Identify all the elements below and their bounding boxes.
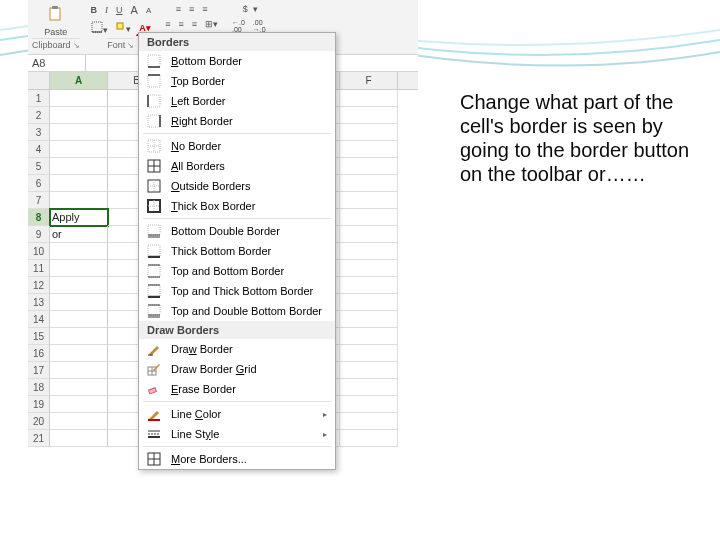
border-option[interactable]: Top and Bottom Border (139, 261, 335, 281)
cell[interactable] (340, 396, 398, 413)
draw-border-option[interactable]: Draw Border Grid (139, 359, 335, 379)
row-header[interactable]: 1 (28, 90, 50, 107)
cell[interactable] (50, 243, 108, 260)
border-option[interactable]: Outside Borders (139, 176, 335, 196)
cell[interactable] (50, 311, 108, 328)
cell[interactable] (50, 294, 108, 311)
row-header[interactable]: 14 (28, 311, 50, 328)
cell[interactable] (50, 124, 108, 141)
row-header[interactable]: 12 (28, 277, 50, 294)
border-option[interactable]: Bottom Double Border (139, 221, 335, 241)
cell[interactable] (340, 209, 398, 226)
cell[interactable] (340, 124, 398, 141)
cell[interactable] (340, 107, 398, 124)
border-option[interactable]: All Borders (139, 156, 335, 176)
row-header[interactable]: 15 (28, 328, 50, 345)
row-header[interactable]: 21 (28, 430, 50, 447)
cell[interactable] (340, 362, 398, 379)
cell[interactable] (340, 413, 398, 430)
border-option[interactable]: Left Border (139, 91, 335, 111)
cell[interactable] (340, 311, 398, 328)
cell[interactable] (340, 90, 398, 107)
cell[interactable] (50, 107, 108, 124)
cell[interactable] (340, 260, 398, 277)
align-left-button[interactable]: ≡ (162, 17, 173, 31)
cell[interactable] (50, 90, 108, 107)
cell[interactable] (340, 175, 398, 192)
draw-border-option[interactable]: Draw Border (139, 339, 335, 359)
align-right-button[interactable]: ≡ (189, 17, 200, 31)
row-header[interactable]: 13 (28, 294, 50, 311)
column-header-A[interactable]: A (50, 72, 108, 89)
cell[interactable] (50, 192, 108, 209)
cell[interactable] (50, 345, 108, 362)
cell[interactable]: Apply (50, 209, 108, 226)
cell[interactable] (50, 328, 108, 345)
paste-button[interactable] (40, 2, 72, 26)
bold-button[interactable]: B (88, 3, 101, 17)
row-header[interactable]: 2 (28, 107, 50, 124)
name-box[interactable]: A8 (28, 55, 86, 71)
row-header[interactable]: 11 (28, 260, 50, 277)
cell[interactable] (340, 277, 398, 294)
cell[interactable] (340, 192, 398, 209)
cell[interactable] (340, 430, 398, 447)
row-header[interactable]: 10 (28, 243, 50, 260)
border-option[interactable]: Right Border (139, 111, 335, 131)
select-all-corner[interactable] (28, 72, 50, 89)
font-grow-button[interactable]: A (128, 2, 141, 18)
cell[interactable] (340, 328, 398, 345)
cell[interactable] (340, 345, 398, 362)
border-option[interactable]: Top Border (139, 71, 335, 91)
cell[interactable] (50, 260, 108, 277)
cell[interactable] (340, 243, 398, 260)
cell[interactable] (340, 379, 398, 396)
italic-button[interactable]: I (102, 3, 111, 17)
cell[interactable]: or (50, 226, 108, 243)
border-option[interactable]: Thick Bottom Border (139, 241, 335, 261)
row-header[interactable]: 4 (28, 141, 50, 158)
currency-button[interactable]: $ (240, 2, 251, 16)
cell[interactable] (50, 141, 108, 158)
align-bot-button[interactable]: ≡ (199, 2, 210, 16)
cell[interactable] (50, 362, 108, 379)
cell[interactable] (50, 430, 108, 447)
font-shrink-button[interactable]: A (143, 4, 154, 17)
border-option[interactable]: Top and Double Bottom Border (139, 301, 335, 321)
row-header[interactable]: 16 (28, 345, 50, 362)
row-header[interactable]: 9 (28, 226, 50, 243)
cell[interactable] (340, 226, 398, 243)
draw-border-option[interactable]: More Borders... (139, 449, 335, 469)
align-top-button[interactable]: ≡ (173, 2, 184, 16)
merge-button[interactable]: ⊞▾ (202, 17, 221, 31)
launcher-icon[interactable]: ↘ (127, 41, 134, 50)
border-button[interactable]: ▾ (88, 19, 111, 37)
draw-border-option[interactable]: Erase Border (139, 379, 335, 399)
row-header[interactable]: 8 (28, 209, 50, 226)
row-header[interactable]: 7 (28, 192, 50, 209)
row-header[interactable]: 19 (28, 396, 50, 413)
underline-button[interactable]: U (113, 3, 126, 17)
row-header[interactable]: 18 (28, 379, 50, 396)
cell[interactable] (50, 413, 108, 430)
row-header[interactable]: 17 (28, 362, 50, 379)
row-header[interactable]: 6 (28, 175, 50, 192)
draw-border-option[interactable]: Line Style▸ (139, 424, 335, 444)
cell[interactable] (340, 141, 398, 158)
cell[interactable] (340, 294, 398, 311)
cell[interactable] (50, 175, 108, 192)
draw-border-option[interactable]: Line Color▸ (139, 404, 335, 424)
border-option[interactable]: Bottom Border (139, 51, 335, 71)
launcher-icon[interactable]: ↘ (73, 41, 80, 50)
row-header[interactable]: 20 (28, 413, 50, 430)
align-center-button[interactable]: ≡ (175, 17, 186, 31)
column-header-F[interactable]: F (340, 72, 398, 89)
align-mid-button[interactable]: ≡ (186, 2, 197, 16)
fill-color-button[interactable]: ▾ (113, 20, 134, 36)
cell[interactable] (50, 379, 108, 396)
row-header[interactable]: 3 (28, 124, 50, 141)
row-header[interactable]: 5 (28, 158, 50, 175)
border-option[interactable]: Top and Thick Bottom Border (139, 281, 335, 301)
cell[interactable] (50, 158, 108, 175)
cell[interactable] (50, 396, 108, 413)
